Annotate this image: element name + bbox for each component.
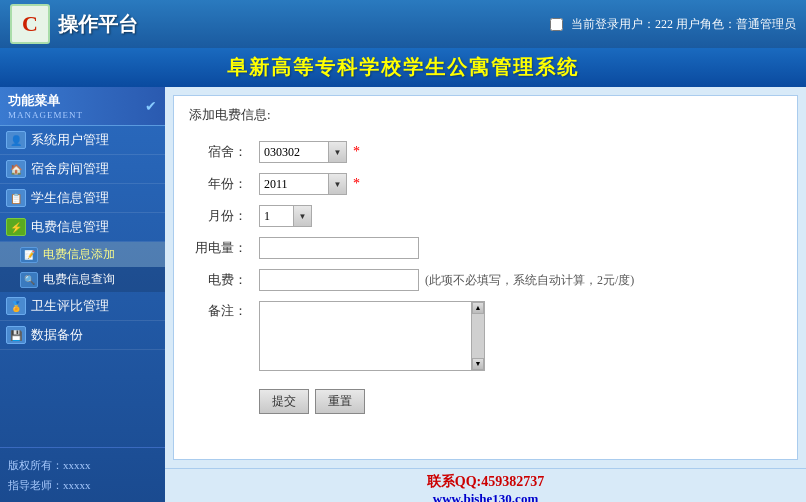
sidebar-footer: 版权所有：xxxxx 指导老师：xxxxx [0,447,165,502]
sidebar-header-content: 功能菜单 MANAGEMENT [8,92,83,120]
fee-hint: (此项不必填写，系统自动计算，2元/度) [425,272,634,289]
note-row: 备注： ▲ ▼ [189,296,782,380]
year-required-star: * [353,176,360,192]
sidebar-item-dorm[interactable]: 🏠 宿舍房间管理 [0,155,165,184]
sidebar-header-sub: MANAGEMENT [8,110,83,120]
sidebar-dorm-label: 宿舍房间管理 [31,160,109,178]
logo-letter: C [22,11,38,37]
query-icon: 🔍 [20,272,38,288]
usage-control-cell [253,232,782,264]
content-area: 添加电费信息: 宿舍： ▼ * 年份： [165,87,806,502]
sidebar-students-label: 学生信息管理 [31,189,109,207]
usage-input[interactable] [259,237,419,259]
user-info-bar: 当前登录用户：222 用户角色：普通管理员 [550,16,796,33]
textarea-wrap: ▲ ▼ [259,301,485,375]
user-info-text: 当前登录用户：222 用户角色：普通管理员 [571,16,796,33]
sidebar-backup-label: 数据备份 [31,326,83,344]
sidebar-sub-add-label: 电费信息添加 [43,246,115,263]
sidebar-item-backup[interactable]: 💾 数据备份 [0,321,165,350]
contact-web: www.bishe130.com [165,491,806,502]
backup-icon: 💾 [6,326,26,344]
sidebar-users-label: 系统用户管理 [31,131,109,149]
sidebar-header-text: 功能菜单 [8,92,83,110]
submit-button[interactable]: 提交 [259,389,309,414]
dorm-row: 宿舍： ▼ * [189,136,782,168]
sidebar-electricity-label: 电费信息管理 [31,218,109,236]
month-select-wrap: ▼ [259,205,312,227]
usage-label: 用电量： [189,232,253,264]
form-table: 宿舍： ▼ * 年份： [189,136,782,419]
dorm-input[interactable] [259,141,329,163]
users-icon: 👤 [6,131,26,149]
advisor-text: 指导老师：xxxxx [8,476,157,496]
sidebar-item-students[interactable]: 📋 学生信息管理 [0,184,165,213]
main-layout: 功能菜单 MANAGEMENT ✔ 👤 系统用户管理 🏠 宿舍房间管理 📋 学生… [0,87,806,502]
year-dropdown-btn[interactable]: ▼ [329,173,347,195]
system-title: 阜新高等专科学校学生公寓管理系统 [0,48,806,87]
usage-row: 用电量： [189,232,782,264]
user-checkbox[interactable] [550,18,563,31]
scroll-track [472,314,484,358]
month-control-cell: ▼ [253,200,782,232]
sidebar-item-electricity[interactable]: ⚡ 电费信息管理 [0,213,165,242]
sidebar-sanitation-label: 卫生评比管理 [31,297,109,315]
add-icon: 📝 [20,247,38,263]
dorm-control-cell: ▼ * [253,136,782,168]
year-select-wrap: ▼ [259,173,347,195]
sidebar: 功能菜单 MANAGEMENT ✔ 👤 系统用户管理 🏠 宿舍房间管理 📋 学生… [0,87,165,502]
sidebar-sub-query[interactable]: 🔍 电费信息查询 [0,267,165,292]
content-title: 添加电费信息: [189,106,782,124]
month-dropdown-btn[interactable]: ▼ [294,205,312,227]
sidebar-check-icon: ✔ [145,98,157,115]
dorm-select-wrap: ▼ [259,141,347,163]
sidebar-item-users[interactable]: 👤 系统用户管理 [0,126,165,155]
platform-name: 操作平台 [58,11,138,38]
month-label: 月份： [189,200,253,232]
year-control-cell: ▼ * [253,168,782,200]
year-row: 年份： ▼ * [189,168,782,200]
note-label: 备注： [189,296,253,380]
fee-input[interactable] [259,269,419,291]
sidebar-header: 功能菜单 MANAGEMENT ✔ [0,87,165,126]
dorm-required-star: * [353,144,360,160]
note-control-cell: ▲ ▼ [253,296,782,380]
sidebar-sub-query-label: 电费信息查询 [43,271,115,288]
logo-area: C 操作平台 [10,4,138,44]
month-row: 月份： ▼ [189,200,782,232]
reset-button[interactable]: 重置 [315,389,365,414]
action-label-cell [189,380,253,419]
copyright-text: 版权所有：xxxxx [8,456,157,476]
year-input[interactable] [259,173,329,195]
content-panel: 添加电费信息: 宿舍： ▼ * 年份： [173,95,798,460]
top-bar: C 操作平台 当前登录用户：222 用户角色：普通管理员 [0,0,806,48]
action-control-cell: 提交 重置 [253,380,782,419]
scroll-up-btn[interactable]: ▲ [472,302,484,314]
year-label: 年份： [189,168,253,200]
dorm-dropdown-btn[interactable]: ▼ [329,141,347,163]
sidebar-item-sanitation[interactable]: 🏅 卫生评比管理 [0,292,165,321]
month-input[interactable] [259,205,294,227]
logo-box: C [10,4,50,44]
scroll-down-btn[interactable]: ▼ [472,358,484,370]
fee-row: 电费： (此项不必填写，系统自动计算，2元/度) [189,264,782,296]
fee-label: 电费： [189,264,253,296]
sidebar-sub-add[interactable]: 📝 电费信息添加 [0,242,165,267]
electricity-icon: ⚡ [6,218,26,236]
dorm-label: 宿舍： [189,136,253,168]
sanitation-icon: 🏅 [6,297,26,315]
contact-qq: 联系QQ:459382737 [165,473,806,491]
fee-control-cell: (此项不必填写，系统自动计算，2元/度) [253,264,782,296]
dorm-icon: 🏠 [6,160,26,178]
note-textarea[interactable] [259,301,485,371]
action-row: 提交 重置 [189,380,782,419]
textarea-scrollbar: ▲ ▼ [471,301,485,371]
students-icon: 📋 [6,189,26,207]
bottom-bar: 联系QQ:459382737 www.bishe130.com [165,468,806,502]
